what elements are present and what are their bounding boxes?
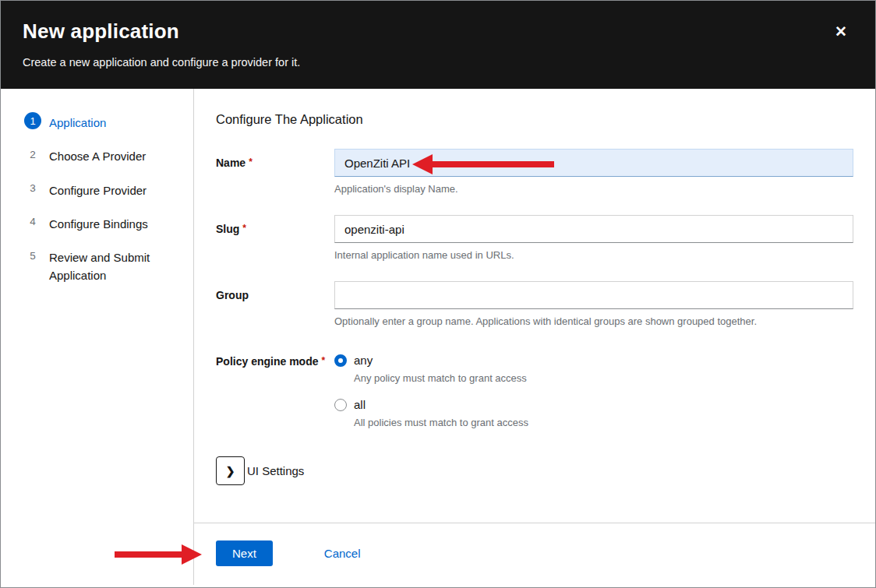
step-label: Application [49, 112, 106, 132]
modal-subtitle: Create a new application and configure a… [23, 56, 853, 69]
ui-settings-section: ❯ UI Settings [216, 456, 853, 485]
wizard-step-configure-provider[interactable]: 3 Configure Provider [24, 180, 181, 199]
field-row-name: Name* Application's display Name. [216, 149, 853, 195]
step-label: Configure Bindings [49, 213, 148, 233]
slug-input[interactable] [334, 215, 853, 243]
field-label-text: Group [216, 289, 249, 301]
wizard-footer: Next Cancel [194, 523, 875, 585]
step-number-badge: 1 [24, 112, 41, 129]
field-label-text: Slug [216, 223, 239, 235]
field-row-policy-engine-mode: Policy engine mode* any Any policy must … [216, 347, 853, 436]
close-icon[interactable]: ✕ [835, 24, 847, 39]
required-asterisk: * [242, 223, 246, 234]
group-helper-text: Optionally enter a group name. Applicati… [334, 315, 853, 327]
radio-any[interactable]: any [334, 347, 853, 367]
policy-engine-mode-label: Policy engine mode* [216, 347, 334, 436]
radio-all-input[interactable] [334, 399, 347, 411]
step-number-badge: 5 [24, 247, 41, 264]
field-row-slug: Slug* Internal application name used in … [216, 215, 853, 261]
radio-any-label: any [354, 354, 373, 367]
name-label: Name* [216, 149, 334, 195]
wizard-step-nav: 1 Application 2 Choose A Provider 3 Conf… [1, 89, 194, 585]
new-application-modal: New application Create a new application… [0, 0, 876, 588]
radio-all[interactable]: all [334, 392, 853, 411]
step-label: Choose A Provider [49, 146, 146, 165]
group-input[interactable] [334, 281, 853, 309]
radio-any-input[interactable] [334, 354, 347, 367]
wizard-step-configure-bindings[interactable]: 4 Configure Bindings [24, 213, 181, 233]
step-label: Configure Provider [49, 180, 147, 199]
wizard-step-choose-provider[interactable]: 2 Choose A Provider [24, 146, 181, 165]
name-helper-text: Application's display Name. [334, 183, 853, 195]
radio-any-helper-text: Any policy must match to grant access [354, 372, 853, 384]
name-input[interactable] [334, 149, 853, 177]
slug-helper-text: Internal application name used in URLs. [334, 249, 853, 261]
step-number-badge: 2 [24, 146, 41, 163]
policy-option-all: all All policies must match to grant acc… [334, 392, 853, 428]
required-asterisk: * [249, 157, 253, 167]
wizard-step-review-submit[interactable]: 5 Review and Submit Application [24, 247, 181, 285]
modal-header: New application Create a new application… [1, 1, 875, 89]
slug-label: Slug* [216, 215, 334, 261]
step-label: Review and Submit Application [49, 247, 166, 285]
step-number-badge: 4 [24, 213, 41, 231]
wizard-main-panel: Configure The Application Name* Applicat… [194, 89, 875, 585]
application-form: Name* Application's display Name. Slug* … [216, 149, 853, 485]
radio-all-helper-text: All policies must match to grant access [354, 417, 853, 428]
cancel-link[interactable]: Cancel [324, 547, 361, 560]
ui-settings-expand-button[interactable]: ❯ [216, 456, 245, 485]
field-row-group: Group Optionally enter a group name. App… [216, 281, 853, 327]
radio-all-label: all [354, 398, 366, 411]
field-label-text: Policy engine mode [216, 355, 318, 368]
field-label-text: Name [216, 157, 245, 169]
page-title: Configure The Application [216, 112, 853, 127]
group-label: Group [216, 281, 334, 327]
step-number-badge: 3 [24, 180, 41, 197]
wizard-step-application[interactable]: 1 Application [24, 112, 181, 132]
ui-settings-label: UI Settings [247, 464, 304, 477]
chevron-right-icon: ❯ [226, 465, 235, 477]
policy-option-any: any Any policy must match to grant acces… [334, 347, 853, 384]
modal-title: New application [23, 19, 853, 44]
next-button[interactable]: Next [216, 540, 273, 566]
required-asterisk: * [321, 355, 325, 366]
